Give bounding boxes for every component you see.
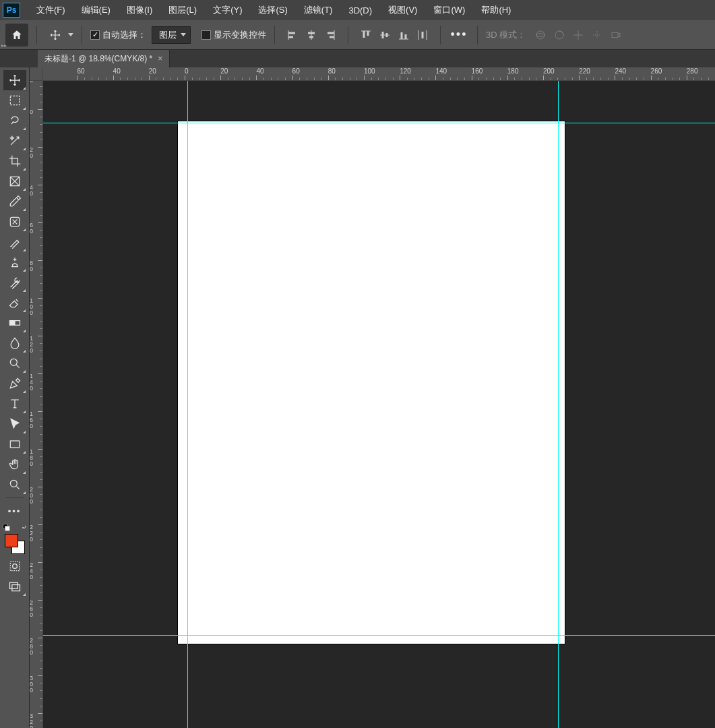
blur-tool[interactable] xyxy=(3,333,26,353)
healing-brush-tool[interactable] xyxy=(3,212,26,232)
svg-point-21 xyxy=(536,31,545,39)
align-hcenter-button[interactable] xyxy=(302,26,321,44)
menu-item[interactable]: 图层(L) xyxy=(160,1,205,19)
svg-point-22 xyxy=(536,33,545,36)
document-tab[interactable]: 未标题-1 @ 18.8%(CMYK/8) * × xyxy=(38,50,170,67)
horizontal-ruler[interactable]: 6040200204060801001201401601802002202402… xyxy=(43,67,715,81)
edit-toolbar-button[interactable]: ••• xyxy=(3,501,26,521)
roll-3d-button[interactable] xyxy=(550,26,569,44)
slide-3d-button[interactable] xyxy=(588,26,607,44)
crop-tool[interactable] xyxy=(3,151,26,171)
rectangle-tool[interactable] xyxy=(3,434,26,454)
hand-tool[interactable] xyxy=(3,454,26,475)
checkbox-icon xyxy=(201,30,211,40)
gradient-tool[interactable] xyxy=(3,313,26,333)
magic-wand-tool[interactable] xyxy=(3,131,26,151)
pen-tool[interactable] xyxy=(3,373,26,394)
document-tabbar: ▸▸ 未标题-1 @ 18.8%(CMYK/8) * × xyxy=(0,50,715,67)
menu-item[interactable]: 文字(Y) xyxy=(205,1,250,19)
svg-rect-35 xyxy=(9,582,18,588)
home-button[interactable] xyxy=(5,24,28,47)
menu-item[interactable]: 视图(V) xyxy=(380,1,425,19)
chevron-down-icon[interactable] xyxy=(68,33,73,36)
clone-stamp-tool[interactable] xyxy=(3,252,26,272)
close-icon[interactable]: × xyxy=(158,54,162,63)
color-swatch[interactable] xyxy=(4,533,26,555)
align-right-button[interactable] xyxy=(321,26,340,44)
default-colors-button[interactable] xyxy=(3,524,11,530)
align-group-vert xyxy=(356,26,432,44)
quick-mask-button[interactable] xyxy=(3,556,26,576)
svg-rect-33 xyxy=(10,562,19,570)
pan-3d-button[interactable] xyxy=(569,26,588,44)
align-vcenter-button[interactable] xyxy=(375,26,394,44)
vertical-ruler[interactable]: 2002040608010012014016018020022024026028… xyxy=(30,81,43,728)
guide-vertical[interactable] xyxy=(558,81,559,728)
3d-mode-label: 3D 模式： xyxy=(486,29,526,41)
menu-item[interactable]: 文件(F) xyxy=(28,1,73,19)
zoom-tool[interactable] xyxy=(3,475,26,495)
auto-select-check[interactable]: 自动选择： xyxy=(90,29,146,41)
guide-horizontal[interactable] xyxy=(43,123,715,123)
move-tool-preset[interactable] xyxy=(45,25,65,45)
eraser-tool[interactable] xyxy=(3,293,26,313)
options-bar: 自动选择： 图层 显示变换控件 ••• 3D 模式： xyxy=(0,20,715,50)
3d-mode-group xyxy=(531,26,625,44)
align-left-button[interactable] xyxy=(283,26,302,44)
align-bottom-button[interactable] xyxy=(394,26,413,44)
divider xyxy=(274,26,275,44)
svg-point-34 xyxy=(12,564,17,569)
orbit-3d-button[interactable] xyxy=(531,26,550,44)
show-transform-check[interactable]: 显示变换控件 xyxy=(201,29,266,41)
document-tab-title: 未标题-1 @ 18.8%(CMYK/8) * xyxy=(44,53,152,65)
divider xyxy=(477,26,478,44)
svg-rect-36 xyxy=(11,585,20,591)
auto-select-label: 自动选择： xyxy=(102,29,146,41)
menu-item[interactable]: 3D(D) xyxy=(340,3,380,18)
move-tool[interactable] xyxy=(3,70,26,90)
chevron-down-icon xyxy=(181,33,186,36)
divider xyxy=(82,26,82,44)
auto-select-target-dropdown[interactable]: 图层 xyxy=(152,26,191,44)
app-logo[interactable]: Ps xyxy=(3,3,20,18)
menu-item[interactable]: 帮助(H) xyxy=(473,1,519,19)
artboard[interactable] xyxy=(178,121,565,644)
distribute-button[interactable] xyxy=(413,26,432,44)
align-top-button[interactable] xyxy=(356,26,375,44)
eyedropper-tool[interactable] xyxy=(3,191,26,212)
foreground-color[interactable] xyxy=(5,534,18,547)
canvas-viewport[interactable] xyxy=(43,81,715,728)
svg-rect-25 xyxy=(10,96,19,104)
path-select-tool[interactable] xyxy=(3,414,26,434)
screen-mode-button[interactable] xyxy=(3,576,26,597)
svg-rect-31 xyxy=(10,441,19,448)
swap-colors-button[interactable]: ⤾ xyxy=(22,524,27,530)
checkbox-icon xyxy=(90,30,100,40)
svg-rect-29 xyxy=(9,321,15,326)
frame-tool[interactable] xyxy=(3,171,26,191)
divider xyxy=(6,497,24,498)
guide-vertical[interactable] xyxy=(187,81,188,728)
camera-3d-button[interactable] xyxy=(607,26,625,44)
divider xyxy=(440,26,441,44)
type-tool[interactable] xyxy=(3,394,26,414)
more-options-button[interactable]: ••• xyxy=(449,25,469,45)
brush-tool[interactable] xyxy=(3,232,26,252)
ruler-origin[interactable] xyxy=(30,67,43,81)
align-group-edges xyxy=(283,26,340,44)
svg-rect-24 xyxy=(612,32,618,38)
menu-item[interactable]: 滤镜(T) xyxy=(296,1,341,19)
divider xyxy=(348,26,348,44)
menu-item[interactable]: 图像(I) xyxy=(119,1,160,19)
history-brush-tool[interactable] xyxy=(3,272,26,293)
svg-point-32 xyxy=(10,480,17,487)
menu-item[interactable]: 窗口(W) xyxy=(425,1,473,19)
show-transform-label: 显示变换控件 xyxy=(214,29,266,41)
lasso-tool[interactable] xyxy=(3,111,26,131)
guide-horizontal[interactable] xyxy=(43,635,715,636)
menu-item[interactable]: 编辑(E) xyxy=(73,1,119,19)
marquee-tool[interactable] xyxy=(3,90,26,111)
toolbox: •••⤾ xyxy=(0,67,30,728)
menu-item[interactable]: 选择(S) xyxy=(250,1,295,19)
dodge-tool[interactable] xyxy=(3,353,26,373)
